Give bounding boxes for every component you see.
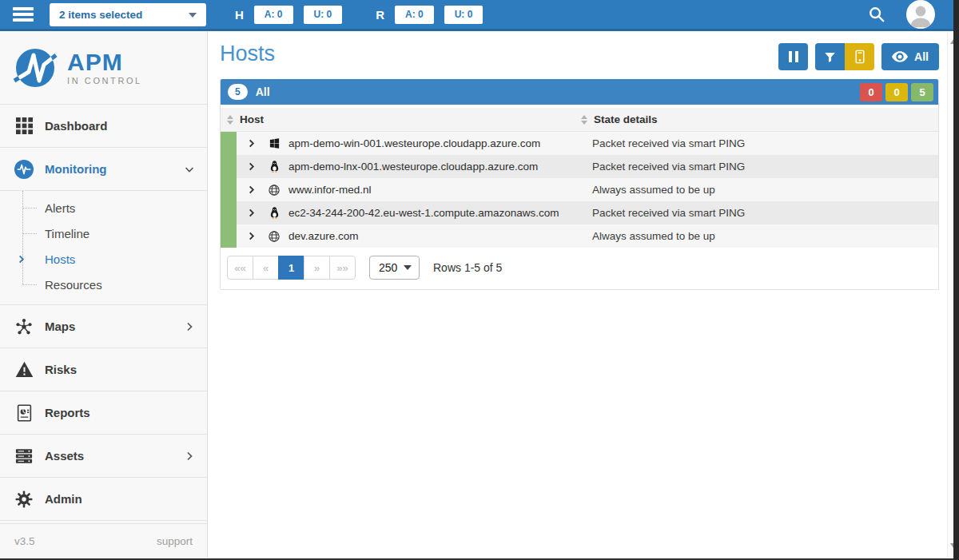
pulse-icon bbox=[14, 159, 34, 180]
chevron-down-icon bbox=[185, 165, 194, 174]
items-selected-value: 2 items selected bbox=[59, 9, 142, 21]
window-edge bbox=[953, 0, 959, 560]
search-icon[interactable] bbox=[868, 6, 885, 23]
sidebar-item-monitoring[interactable]: Monitoring bbox=[0, 148, 207, 191]
expand-row-icon[interactable] bbox=[247, 231, 260, 241]
filter-button[interactable] bbox=[815, 43, 845, 70]
app-logo[interactable]: APM IN CONTROL bbox=[0, 31, 207, 105]
hosts-metric-label: H bbox=[235, 8, 244, 22]
caret-down-icon bbox=[189, 13, 197, 22]
pause-icon bbox=[789, 51, 798, 62]
page-title: Hosts bbox=[220, 42, 275, 66]
host-name: dev.azure.com bbox=[288, 230, 592, 242]
table-row[interactable]: ec2-34-244-200-42.eu-west-1.compute.amaz… bbox=[221, 201, 938, 224]
sidebar-item-label: Admin bbox=[45, 492, 194, 506]
expand-row-icon[interactable] bbox=[247, 161, 260, 172]
table-row[interactable]: dev.azure.comAlways assumed to be up bbox=[221, 224, 938, 248]
gear-icon bbox=[14, 490, 34, 508]
filter-bar[interactable]: 5 All 0 0 5 bbox=[221, 79, 938, 105]
windows-os-icon bbox=[267, 137, 281, 149]
sidebar-item-admin[interactable]: Admin bbox=[0, 478, 207, 521]
expand-row-icon[interactable] bbox=[247, 185, 260, 195]
sidebar-item-assets[interactable]: Assets bbox=[0, 435, 207, 478]
filter-icon bbox=[824, 51, 836, 63]
sort-icon[interactable] bbox=[227, 112, 233, 128]
expand-row-icon[interactable] bbox=[247, 138, 260, 149]
page-button-0[interactable]: «« bbox=[227, 256, 253, 280]
support-link[interactable]: support bbox=[157, 535, 193, 547]
sort-icon[interactable] bbox=[581, 112, 587, 128]
table-row[interactable]: apm-demo-lnx-001.westeurope.cloudapp.azu… bbox=[221, 155, 938, 178]
table-row[interactable]: apm-demo-win-001.westeurope.cloudapp.azu… bbox=[221, 132, 938, 155]
table-row[interactable]: www.infor-med.nlAlways assumed to be up bbox=[221, 178, 938, 201]
sidebar-item-label: Maps bbox=[45, 320, 185, 333]
view-all-label: All bbox=[914, 50, 929, 63]
sidebar-submenu-monitoring: AlertsTimelineHostsResources bbox=[0, 191, 207, 305]
resources-metric-group: R A: 0 U: 0 bbox=[376, 6, 483, 24]
items-selected-dropdown[interactable]: 2 items selected bbox=[50, 3, 206, 26]
status-indicator bbox=[221, 201, 237, 224]
sidebar-item-dashboard[interactable]: Dashboard bbox=[0, 105, 207, 148]
state-details: Packet received via smart PING bbox=[592, 137, 938, 149]
sidebar-item-hosts[interactable]: Hosts bbox=[0, 246, 207, 272]
topbar: 2 items selected H A: 0 U: 0 R A: 0 U: 0 bbox=[0, 0, 959, 31]
sidebar-subitem-label: Resources bbox=[45, 278, 102, 292]
page-button-4[interactable]: »» bbox=[329, 256, 356, 280]
column-header-state-label: State details bbox=[594, 113, 658, 125]
sidebar-item-resources[interactable]: Resources bbox=[0, 272, 207, 297]
sidebar-item-label: Dashboard bbox=[45, 119, 194, 133]
sidebar-item-alerts[interactable]: Alerts bbox=[0, 195, 207, 220]
hamburger-menu-icon[interactable] bbox=[13, 7, 34, 22]
warning-count-badge[interactable]: 0 bbox=[885, 83, 908, 101]
resources-unacknowledged-button[interactable]: U: 0 bbox=[444, 6, 483, 24]
page-size-value: 250 bbox=[379, 261, 397, 274]
column-header-host[interactable]: Host bbox=[221, 112, 575, 128]
state-details: Always assumed to be up bbox=[592, 230, 938, 242]
save-view-button[interactable] bbox=[845, 43, 874, 70]
sidebar-subitem-label: Alerts bbox=[45, 201, 75, 215]
sidebar-item-label: Reports bbox=[45, 406, 194, 419]
globe-os-icon bbox=[267, 230, 281, 243]
apm-logo-icon bbox=[13, 46, 58, 90]
globe-os-icon bbox=[267, 184, 281, 197]
status-indicator bbox=[221, 178, 237, 201]
user-avatar[interactable] bbox=[906, 0, 935, 29]
save-icon bbox=[854, 50, 866, 64]
sidebar-item-maps[interactable]: Maps bbox=[0, 305, 207, 348]
critical-count-badge[interactable]: 0 bbox=[860, 83, 882, 101]
page-button-1[interactable]: « bbox=[253, 256, 279, 280]
network-icon bbox=[14, 318, 34, 336]
toolbar: All bbox=[778, 43, 939, 70]
ok-count-badge[interactable]: 5 bbox=[911, 83, 933, 101]
sidebar: APM IN CONTROL DashboardMonitoringAlerts… bbox=[0, 31, 208, 558]
sidebar-footer: v3.5 support bbox=[0, 523, 207, 558]
table-header: Host State details bbox=[221, 108, 938, 132]
servers-icon bbox=[14, 447, 34, 465]
sidebar-item-timeline[interactable]: Timeline bbox=[0, 220, 207, 246]
pause-button[interactable] bbox=[778, 43, 808, 70]
state-details: Packet received via smart PING bbox=[592, 161, 938, 173]
hosts-unacknowledged-button[interactable]: U: 0 bbox=[304, 6, 343, 24]
sidebar-item-risks[interactable]: Risks bbox=[0, 348, 207, 391]
page-button-3[interactable]: » bbox=[304, 256, 330, 280]
expand-row-icon[interactable] bbox=[247, 208, 260, 218]
warning-icon bbox=[14, 361, 34, 378]
filter-bar-label: All bbox=[256, 85, 857, 98]
resources-metric-label: R bbox=[376, 8, 384, 22]
status-indicator bbox=[221, 155, 237, 178]
sidebar-menu: DashboardMonitoringAlertsTimelineHostsRe… bbox=[0, 105, 207, 521]
column-header-state-details[interactable]: State details bbox=[575, 112, 938, 128]
view-all-button[interactable]: All bbox=[881, 43, 939, 70]
page-button-current[interactable]: 1 bbox=[278, 256, 304, 280]
host-table-body: apm-demo-win-001.westeurope.cloudapp.azu… bbox=[221, 132, 938, 248]
hosts-acknowledged-button[interactable]: A: 0 bbox=[254, 6, 293, 24]
caret-down-icon bbox=[404, 265, 412, 274]
sidebar-item-reports[interactable]: Reports bbox=[0, 391, 207, 435]
resources-acknowledged-button[interactable]: A: 0 bbox=[395, 6, 434, 24]
page-size-select[interactable]: 250 bbox=[369, 256, 420, 280]
report-icon bbox=[14, 404, 34, 422]
pagination: «««1»»» 250 Rows 1-5 of 5 bbox=[221, 248, 938, 289]
sidebar-subitem-label: Hosts bbox=[45, 252, 75, 266]
eye-icon bbox=[892, 51, 908, 62]
hosts-metric-group: H A: 0 U: 0 bbox=[235, 6, 342, 24]
